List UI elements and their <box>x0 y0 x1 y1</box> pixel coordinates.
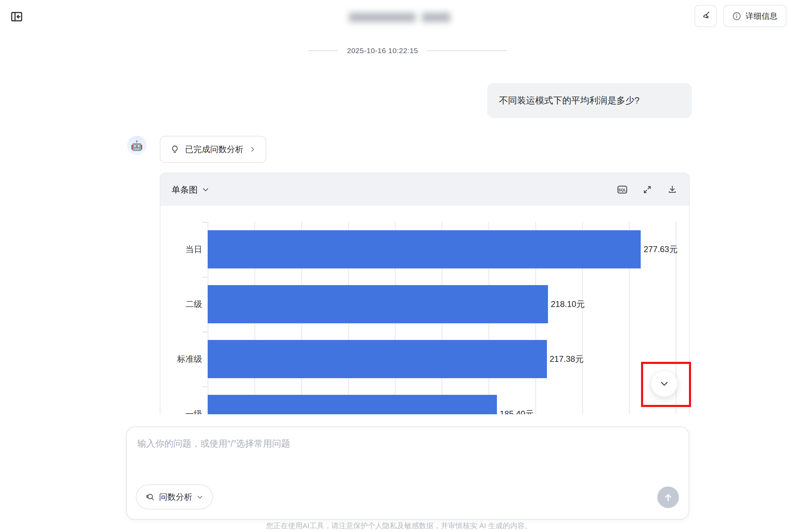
sql-button[interactable]: SQL <box>617 184 628 195</box>
analysis-status-label: 已完成问数分析 <box>185 144 243 155</box>
axis-tick <box>202 277 208 277</box>
bar-value-label: 217.38元 <box>550 354 583 365</box>
user-message-text: 不同装运模式下的平均利润是多少? <box>499 94 639 107</box>
chart-bar-row: 277.63元 <box>208 222 676 277</box>
lightbulb-icon <box>170 145 180 154</box>
chart-bar-row: 185.40元 <box>208 386 676 414</box>
chart-category-column: 当日二级标准级一级 <box>174 222 208 414</box>
divider-line <box>308 50 338 51</box>
chart-bar <box>208 230 641 268</box>
chart-type-label: 单条图 <box>172 184 198 196</box>
chevron-down-icon <box>659 379 670 389</box>
axis-tick <box>202 332 208 332</box>
divider-line <box>427 50 507 51</box>
chart-card: 单条图 SQL <box>160 173 690 414</box>
axis-tick <box>202 386 208 387</box>
bar-value-label: 277.63元 <box>643 244 677 255</box>
category-label: 一级 <box>174 386 208 414</box>
chart-plot: 277.63元218.10元217.38元185.40元 <box>208 222 676 414</box>
chart-plot-area: 当日二级标准级一级 277.63元218.10元217.38元185.40元 <box>174 222 675 414</box>
ai-disclaimer: 您正在使用AI工具，请注意保护个人隐私及敏感数据，并审慎核实 AI 生成的内容。 <box>0 521 798 531</box>
chevron-down-icon <box>197 494 203 500</box>
info-icon <box>732 11 741 21</box>
chart-type-selector[interactable]: 单条图 <box>172 184 209 196</box>
details-button-label: 详细信息 <box>746 11 778 22</box>
user-message-bubble: 不同装运模式下的平均利润是多少? <box>487 83 692 118</box>
question-input[interactable] <box>137 438 637 476</box>
search-analysis-icon <box>146 492 155 502</box>
chart-bar <box>208 395 497 414</box>
sidebar-collapse-icon <box>10 10 23 23</box>
download-button[interactable] <box>667 184 678 195</box>
details-button[interactable]: 详细信息 <box>723 5 787 27</box>
chart-toolbar: SQL <box>617 184 678 195</box>
category-label: 二级 <box>174 277 208 332</box>
chart-bar <box>208 340 547 378</box>
bar-value-label: 185.40元 <box>500 408 533 414</box>
app-screen: 详细信息 2025-10-16 10:22:15 不同装运模式下的平均利润是多少… <box>0 0 798 532</box>
category-label: 当日 <box>174 222 208 277</box>
expand-button[interactable] <box>642 184 653 195</box>
bar-value-label: 218.10元 <box>551 299 584 310</box>
clear-conversation-button[interactable] <box>695 5 717 27</box>
analysis-mode-label: 问数分析 <box>159 491 192 502</box>
chart-bar <box>208 285 548 323</box>
analysis-status-button[interactable]: 已完成问数分析 <box>160 136 266 163</box>
axis-tick <box>202 222 208 223</box>
svg-text:SQL: SQL <box>618 188 626 192</box>
session-timestamp: 2025-10-16 10:22:15 <box>347 47 418 55</box>
scroll-to-bottom-button[interactable] <box>651 371 678 397</box>
assistant-avatar: 🤖 <box>127 136 147 155</box>
chart-card-header: 单条图 SQL <box>160 173 689 206</box>
arrow-up-icon <box>663 492 674 503</box>
category-label: 标准级 <box>174 332 208 386</box>
chart-bar-row: 217.38元 <box>208 332 676 386</box>
send-button[interactable] <box>657 487 679 508</box>
broom-icon <box>700 11 711 21</box>
chevron-down-icon <box>202 186 209 193</box>
chart-bar-row: 218.10元 <box>208 277 676 332</box>
analysis-mode-button[interactable]: 问数分析 <box>136 484 213 509</box>
timestamp-row: 2025-10-16 10:22:15 <box>126 44 689 57</box>
message-composer: 问数分析 <box>126 426 689 520</box>
chevron-right-icon <box>249 146 256 153</box>
sidebar-collapse-button[interactable] <box>9 9 24 24</box>
window-title-redacted <box>349 13 450 22</box>
